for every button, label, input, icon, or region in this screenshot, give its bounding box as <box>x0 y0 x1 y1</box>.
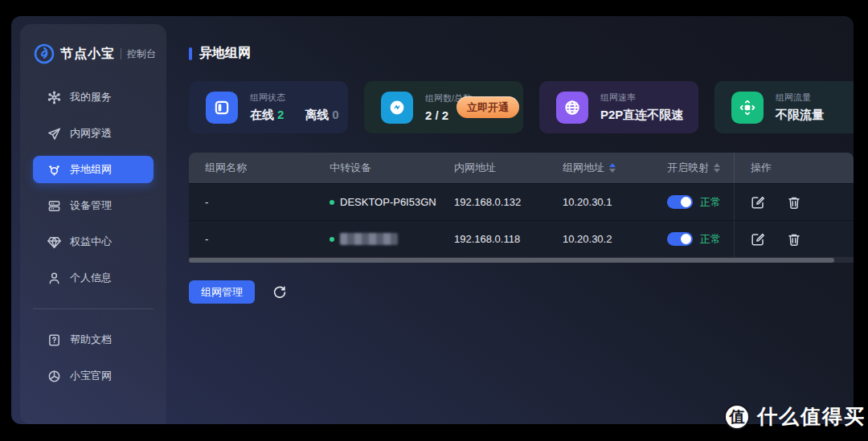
page-header: 异地组网 <box>189 45 854 62</box>
table-actions: 组网管理 <box>189 280 854 304</box>
sidebar-item-benefits-center[interactable]: 权益中心 <box>33 228 154 255</box>
sidebar-item-device-management[interactable]: 设备管理 <box>33 192 154 219</box>
sidebar-item-my-services[interactable]: 我的服务 <box>33 84 154 111</box>
help-doc-icon <box>47 333 61 347</box>
cell-lan-address: 192.168.0.132 <box>438 184 547 220</box>
refresh-icon <box>272 285 287 300</box>
sidebar-item-help-docs[interactable]: 帮助文档 <box>33 326 154 353</box>
sidebar-divider <box>33 308 154 309</box>
table-row: - DESKTOP-P6I53GN 192.168.0.132 10.20.30… <box>189 183 854 220</box>
cell-network-address: 10.20.30.1 <box>547 184 651 220</box>
sidebar-item-label: 小宝官网 <box>70 369 112 383</box>
delete-button[interactable] <box>787 195 801 210</box>
card-network-count: 组网数/总数 2 / 2 立即开通 <box>364 81 523 133</box>
card-status-values: 在线2离线0 <box>250 108 339 123</box>
mapping-toggle[interactable] <box>667 232 693 246</box>
card-label: 组网速率 <box>600 92 683 104</box>
sidebar-item-label: 异地组网 <box>70 162 112 177</box>
scrollbar-thumb[interactable] <box>189 258 834 263</box>
person-icon <box>47 272 61 285</box>
sidebar-item-personal-info[interactable]: 个人信息 <box>33 264 154 292</box>
cell-network-name: - <box>189 221 313 257</box>
sort-control-mapping[interactable] <box>714 163 720 173</box>
offline-count: 0 <box>332 108 338 121</box>
trash-icon <box>787 195 801 210</box>
sidebar-nav: 我的服务 内网穿透 异地组网 设备管理 权益中心 个人信息 <box>20 84 166 390</box>
main-content: 异地组网 组网状态 在线2离线0 组网数/总数 <box>189 16 854 424</box>
diamond-icon <box>47 235 61 249</box>
smzdm-watermark-text: 什么值得买 <box>757 403 866 430</box>
manage-network-button[interactable]: 组网管理 <box>189 280 255 304</box>
redacted-device-name <box>340 233 398 245</box>
globe-speed-icon <box>556 92 588 124</box>
title-accent-bar <box>189 47 192 60</box>
horizontal-scrollbar <box>189 257 854 263</box>
offline-label: 离线 <box>305 108 329 121</box>
page-title: 异地组网 <box>199 45 251 62</box>
online-label: 在线 <box>250 108 274 121</box>
col-header-network-address: 组网地址 <box>547 153 651 183</box>
cell-actions <box>734 184 854 220</box>
cell-relay-device <box>313 221 438 257</box>
paper-plane-icon <box>47 127 61 141</box>
mapping-status: 正常 <box>700 195 721 210</box>
sidebar: 节点小宝 控制台 我的服务 内网穿透 异地组网 设备管理 <box>20 24 166 424</box>
edit-button[interactable] <box>751 232 765 247</box>
stat-cards-row: 组网状态 在线2离线0 组网数/总数 2 / 2 立即开通 <box>189 81 854 133</box>
cell-mapping: 正常 <box>651 221 734 257</box>
sidebar-item-remote-networking[interactable]: 异地组网 <box>33 156 154 183</box>
card-label: 组网流量 <box>776 92 824 104</box>
cell-mapping: 正常 <box>651 184 734 220</box>
edit-button[interactable] <box>751 195 765 210</box>
cell-lan-address: 192.168.0.118 <box>438 221 547 257</box>
smzdm-logo-icon: 值 <box>724 404 750 430</box>
cell-network-address: 10.20.30.2 <box>547 221 651 257</box>
brand-name: 节点小宝 <box>60 46 115 63</box>
sidebar-item-intranet-tunnel[interactable]: 内网穿透 <box>33 120 154 147</box>
card-network-status: 组网状态 在线2离线0 <box>189 81 348 133</box>
cell-actions <box>734 221 854 257</box>
sidebar-item-label: 帮助文档 <box>70 333 112 347</box>
card-value: 不限流量 <box>776 108 824 123</box>
satellite-network-icon <box>47 163 61 177</box>
sidebar-item-label: 设备管理 <box>70 198 112 213</box>
refresh-button[interactable] <box>272 285 287 300</box>
server-stack-icon <box>47 199 61 213</box>
brand-knot-logo-icon <box>34 43 55 64</box>
bolt-bubble-icon <box>381 92 413 124</box>
sidebar-item-label: 个人信息 <box>70 271 112 285</box>
delete-button[interactable] <box>787 232 801 247</box>
col-header-network-name: 组网名称 <box>189 153 313 183</box>
sidebar-item-label: 内网穿透 <box>70 126 112 141</box>
smzdm-watermark: 值 什么值得买 <box>724 403 866 430</box>
card-label: 组网状态 <box>250 92 339 104</box>
col-header-actions: 操作 <box>734 153 854 183</box>
table-header-row: 组网名称 中转设备 内网地址 组网地址 开启映射 操作 <box>189 153 854 183</box>
mapping-toggle[interactable] <box>667 195 693 209</box>
globe-icon <box>47 370 61 383</box>
edit-pencil-icon <box>751 195 765 210</box>
mapping-status: 正常 <box>700 232 721 247</box>
sidebar-item-label: 权益中心 <box>70 235 112 249</box>
brand-header: 节点小宝 控制台 <box>20 24 166 64</box>
cell-relay-device: DESKTOP-P6I53GN <box>313 184 438 220</box>
network-table: 组网名称 中转设备 内网地址 组网地址 开启映射 操作 - DESKTOP- <box>189 153 854 263</box>
col-header-relay-device: 中转设备 <box>313 153 438 183</box>
card-network-traffic: 组网流量 不限流量 <box>714 81 854 133</box>
online-dot <box>330 200 334 205</box>
card-value: P2P直连不限速 <box>600 108 683 123</box>
activate-now-button[interactable]: 立即开通 <box>457 96 519 118</box>
online-count: 2 <box>277 108 284 121</box>
cell-network-name: - <box>189 184 313 220</box>
sidebar-item-official-site[interactable]: 小宝官网 <box>33 362 154 390</box>
sort-control-network-address[interactable] <box>609 163 616 173</box>
card-network-speed: 组网速率 P2P直连不限速 <box>539 81 698 133</box>
table-row: - 192.168.0.118 10.20.30.2 正常 <box>189 220 854 257</box>
status-panel-icon <box>206 92 238 124</box>
brand-divider <box>121 48 121 59</box>
console-label: 控制台 <box>127 47 156 61</box>
sidebar-item-label: 我的服务 <box>70 90 112 104</box>
col-header-mapping: 开启映射 <box>651 153 734 183</box>
move-traffic-icon <box>731 92 764 124</box>
device-name: DESKTOP-P6I53GN <box>340 196 436 208</box>
